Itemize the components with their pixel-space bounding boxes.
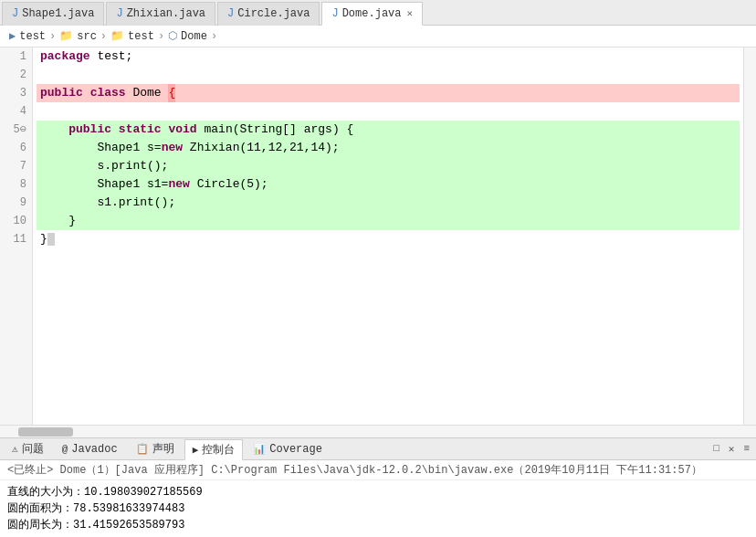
code-line-3: public class Dome { [37, 84, 740, 102]
console-icon: ▶ [193, 444, 199, 456]
code-area[interactable]: package test; public class Dome { public… [33, 47, 743, 425]
code-line-1: package test; [37, 47, 740, 66]
close-tab-dome[interactable]: ✕ [406, 7, 413, 19]
declaration-label: 声明 [152, 441, 174, 457]
minimize-button[interactable]: □ [710, 443, 722, 455]
code-line-4 [37, 102, 740, 121]
breadcrumb-dome-icon: ⬡ [168, 29, 177, 43]
line-num-9: 9 [5, 194, 26, 212]
java-icon: J [12, 7, 18, 20]
console-output: 直线的大小为：10.198039027185569 圆的面积为：78.53981… [0, 480, 756, 537]
coverage-label: Coverage [269, 443, 322, 456]
breadcrumb-item-dome[interactable]: Dome [181, 30, 207, 43]
tab-bar: J Shape1.java J Zhixian.java J Circle.ja… [0, 0, 756, 26]
line-num-5: 5⊖ [5, 121, 26, 139]
code-line-11: } [37, 230, 740, 248]
problems-icon: ⚠ [12, 443, 18, 455]
output-line-3: 圆的周长为：31.41592653589793 [7, 517, 749, 533]
breadcrumb: ▶ test › 📁 src › 📁 test › ⬡ Dome › [0, 26, 756, 47]
code-line-7: s.print(); [37, 157, 740, 175]
vertical-scrollbar[interactable] [743, 47, 756, 425]
tab-label-dome: Dome.java [342, 7, 402, 20]
breadcrumb-test2-icon: 📁 [110, 29, 124, 43]
line-num-6: 6 [5, 139, 26, 157]
close-panel-button[interactable]: ✕ [726, 443, 738, 455]
tab-shape1[interactable]: J Shape1.java [2, 2, 104, 26]
declaration-icon: 📋 [136, 443, 149, 455]
bottom-tab-bar: ⚠ 问题 @ Javadoc 📋 声明 ▶ 控制台 📊 Coverage □ ✕… [0, 438, 756, 460]
line-num-10: 10 [5, 212, 26, 230]
h-scrollbar-thumb[interactable] [18, 427, 73, 437]
editor-container: 1 2 3 4 5⊖ 6 7 8 9 10 11 package test; p… [0, 47, 756, 425]
code-line-10: } [37, 212, 740, 230]
java-icon-3: J [227, 7, 234, 20]
line-numbers: 1 2 3 4 5⊖ 6 7 8 9 10 11 [0, 47, 33, 425]
output-line-2: 圆的面积为：78.53981633974483 [7, 500, 749, 517]
tab-zhixian[interactable]: J Zhixian.java [106, 2, 215, 26]
bottom-tab-console[interactable]: ▶ 控制台 [184, 439, 244, 460]
bottom-panel: ⚠ 问题 @ Javadoc 📋 声明 ▶ 控制台 📊 Coverage □ ✕… [0, 437, 756, 537]
breadcrumb-item-src[interactable]: src [77, 30, 97, 43]
breadcrumb-src-icon: 📁 [59, 29, 73, 43]
code-line-8: Shape1 s1=new Circle(5); [37, 175, 740, 194]
java-icon-4: J [331, 7, 338, 20]
line-num-1: 1 [5, 47, 26, 66]
tab-label-zhixian: Zhixian.java [127, 7, 205, 20]
code-line-2 [37, 66, 740, 84]
line-num-3: 3 [5, 84, 26, 102]
tab-label-shape1: Shape1.java [22, 7, 94, 20]
line-num-2: 2 [5, 66, 26, 84]
code-line-9: s1.print(); [37, 194, 740, 212]
javadoc-icon: @ [62, 444, 68, 455]
tab-dome[interactable]: J Dome.java ✕ [321, 2, 423, 26]
console-status-line: <已终止> Dome（1）[Java 应用程序] C:\Program File… [0, 460, 756, 480]
line-num-11: 11 [5, 230, 26, 248]
bottom-tab-coverage[interactable]: 📊 Coverage [245, 439, 331, 459]
tab-circle[interactable]: J Circle.java [217, 2, 320, 26]
code-line-6: Shape1 s=new Zhixian(11,12,21,14); [37, 139, 740, 157]
line-num-7: 7 [5, 157, 26, 175]
output-line-1: 直线的大小为：10.198039027185569 [7, 484, 749, 500]
line-num-4: 4 [5, 102, 26, 121]
horizontal-scrollbar[interactable] [0, 425, 756, 437]
menu-button[interactable]: ≡ [740, 443, 752, 455]
console-label: 控制台 [202, 442, 235, 458]
tab-label-circle: Circle.java [237, 7, 310, 20]
problems-label: 问题 [22, 441, 44, 457]
bottom-panel-actions: □ ✕ ≡ [710, 443, 752, 455]
code-line-5: public static void main(String[] args) { [37, 121, 740, 139]
javadoc-label: Javadoc [71, 443, 117, 456]
bottom-tab-javadoc[interactable]: @ Javadoc [54, 439, 126, 459]
breadcrumb-item-test[interactable]: test [19, 30, 46, 43]
bottom-tab-declaration[interactable]: 📋 声明 [128, 438, 183, 459]
bottom-tab-problems[interactable]: ⚠ 问题 [4, 438, 52, 459]
breadcrumb-icon-1: ▶ [9, 29, 16, 43]
line-num-8: 8 [5, 175, 26, 194]
breadcrumb-item-test2[interactable]: test [128, 30, 154, 43]
java-icon-2: J [116, 7, 122, 20]
coverage-icon: 📊 [253, 443, 266, 455]
